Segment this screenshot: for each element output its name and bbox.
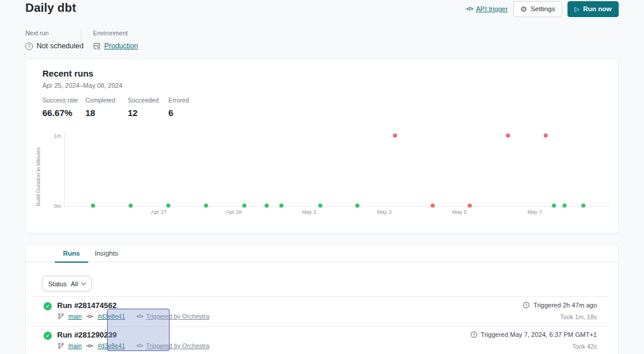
code-icon: </>	[136, 313, 143, 319]
y-tick-0m: 0m	[54, 203, 61, 209]
run-now-button[interactable]: ▷ Run now	[567, 1, 619, 17]
run-dot-errored[interactable]	[506, 133, 510, 137]
git-commit-icon	[86, 313, 94, 319]
api-trigger-link[interactable]: </> API trigger	[466, 5, 508, 12]
run-dot-succeeded[interactable]	[280, 203, 284, 207]
run-dot-succeeded[interactable]	[581, 203, 585, 207]
gear-icon: ⚙	[520, 5, 527, 13]
run-now-label: Run now	[583, 5, 612, 12]
x-tick-label: Apr 29	[226, 209, 242, 215]
run-dot-errored[interactable]	[393, 133, 397, 137]
x-tick-label: May 3	[377, 209, 392, 215]
question-circle-icon: ?	[25, 42, 33, 50]
environment-link[interactable]: Production	[104, 42, 138, 50]
run-dot-succeeded[interactable]	[242, 203, 246, 207]
run-dot-succeeded[interactable]	[552, 203, 556, 207]
environment-label: Environment	[93, 29, 138, 37]
meta-divider	[81, 29, 81, 51]
run-row-2[interactable]: ✓ Run #281290239 main #d3e8e41 </> Trigg…	[33, 327, 609, 354]
run-dot-succeeded[interactable]	[355, 203, 359, 207]
recent-runs-date-range: Apr 25, 2024–May 08, 2024	[42, 82, 122, 89]
status-filter-dropdown[interactable]: Status All	[42, 276, 92, 292]
next-run-group: Next run ? Not scheduled	[25, 29, 84, 50]
run-dot-errored[interactable]	[467, 203, 472, 207]
git-branch-icon	[58, 342, 64, 349]
settings-button[interactable]: ⚙ Settings	[513, 1, 562, 17]
recent-runs-title: Recent runs	[42, 68, 94, 78]
check-circle-icon: ✓	[44, 332, 52, 340]
chart-plot: Build Duration in Minutes 1m 0m Apr 27Ap…	[64, 133, 610, 207]
chevron-down-icon	[81, 280, 86, 285]
check-circle-icon: ✓	[44, 302, 52, 310]
run-triggered-text: Triggered 2h 47m ago	[533, 302, 597, 309]
branch-link[interactable]: main	[68, 313, 82, 320]
run-dot-succeeded[interactable]	[264, 203, 268, 207]
tab-runs[interactable]: Runs	[63, 245, 80, 262]
runs-card: Runs Insights Status All ✓ Run #28147456…	[25, 244, 619, 354]
play-icon: ▷	[575, 6, 579, 12]
run-row-1[interactable]: ✓ Run #281474562 main #d3e8e41 </> Trigg…	[33, 297, 609, 326]
status-filter-label: Status	[48, 280, 67, 287]
run-dot-errored[interactable]	[430, 203, 434, 207]
run-title: Run #281474562	[57, 301, 117, 310]
page: { "page": { "title": "Daily dbt" }, "hea…	[0, 0, 644, 354]
run-dot-errored[interactable]	[543, 133, 547, 137]
x-tick-label: May 7	[527, 209, 542, 215]
x-tick-label: Apr 27	[151, 209, 167, 215]
run-triggered-text: Triggered May 7, 2024, 6:37 PM GMT+1	[481, 331, 597, 338]
git-commit-icon	[86, 343, 94, 349]
code-icon: </>	[466, 6, 473, 12]
stat-errored: Errored 6	[168, 97, 189, 118]
x-tick-label: May 1	[302, 209, 317, 215]
recent-runs-card: Recent runs Apr 25, 2024–May 08, 2024 Su…	[25, 58, 619, 233]
trigger-source-link[interactable]: </> Triggered by Orchestra	[136, 313, 209, 320]
run-dot-succeeded[interactable]	[204, 203, 208, 207]
clock-icon	[523, 302, 530, 309]
page-title: Daily dbt	[25, 1, 76, 15]
run-took-text: Took 1m, 18s	[560, 313, 597, 320]
run-dot-succeeded[interactable]	[128, 203, 132, 207]
run-dot-succeeded[interactable]	[318, 203, 322, 207]
tab-insights[interactable]: Insights	[95, 245, 118, 262]
branch-link[interactable]: main	[68, 342, 82, 349]
git-branch-icon	[58, 313, 64, 320]
trigger-source-link[interactable]: </> Triggered by Orchestra	[136, 342, 209, 349]
run-title: Run #281290239	[57, 330, 117, 339]
run-dot-succeeded[interactable]	[166, 203, 170, 207]
api-trigger-label: API trigger	[476, 5, 507, 12]
run-dot-succeeded[interactable]	[91, 203, 95, 207]
stat-success-rate: Success rate 66.67%	[42, 97, 78, 118]
commit-link[interactable]: #d3e8e41	[98, 342, 125, 349]
status-filter-value: All	[71, 280, 78, 287]
next-run-label: Next run	[25, 29, 84, 37]
code-icon: </>	[136, 343, 143, 349]
run-took-text: Took 42s	[572, 343, 597, 350]
run-dot-succeeded[interactable]	[562, 203, 566, 207]
database-icon	[93, 42, 101, 50]
environment-group: Environment Production	[93, 29, 138, 50]
next-run-value: Not scheduled	[36, 42, 84, 50]
settings-label: Settings	[530, 5, 555, 12]
commit-link[interactable]: #d3e8e41	[98, 313, 125, 320]
tab-bar: Runs Insights	[26, 245, 618, 262]
stat-completed: Completed 18	[85, 97, 115, 118]
clock-icon	[470, 331, 477, 338]
chart-y-axis-label: Build Duration in Minutes	[35, 133, 41, 206]
stat-succeeded: Succeeded 12	[128, 97, 159, 118]
x-tick-label: May 5	[452, 209, 467, 215]
header-actions: </> API trigger ⚙ Settings ▷ Run now	[466, 1, 619, 17]
y-tick-1m: 1m	[54, 133, 61, 139]
